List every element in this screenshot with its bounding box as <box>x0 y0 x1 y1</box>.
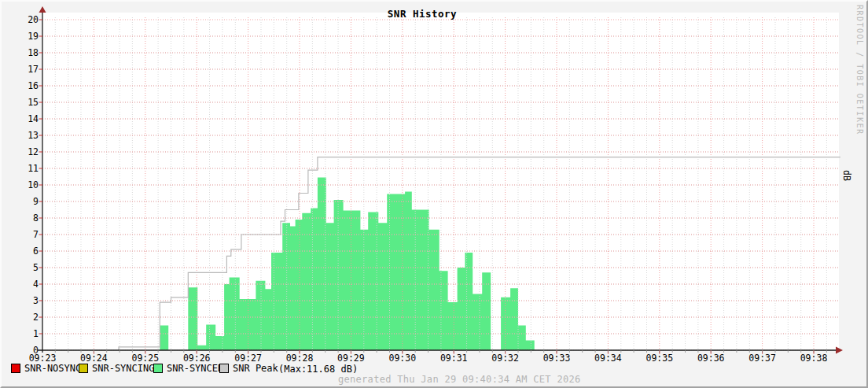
y-tick-label: 1 <box>33 328 39 339</box>
chart-title: SNR History <box>2 8 843 20</box>
x-tick-label: 09:34 <box>594 353 622 364</box>
x-tick-label: 09:23 <box>29 353 57 364</box>
rrdtool-graph-window: 0123456789101112131415161718192009:2309:… <box>0 0 868 388</box>
x-tick-label: 09:28 <box>286 353 314 364</box>
x-tick-label: 09:31 <box>440 353 468 364</box>
y-tick-label: 14 <box>28 113 39 124</box>
generated-timestamp: generated Thu Jan 29 09:40:34 AM CET 202… <box>338 374 581 385</box>
syncing-swatch-icon <box>79 364 88 373</box>
rrdtool-watermark: RRDTOOL / TOBI OETIKER <box>855 5 864 135</box>
x-tick-label: 09:24 <box>80 353 108 364</box>
y-tick-label: 9 <box>33 196 39 207</box>
y-tick-label: 16 <box>28 80 39 91</box>
y-tick-label: 18 <box>28 47 39 58</box>
x-tick-label: 09:25 <box>131 353 159 364</box>
legend-item-snr-syncing: SNR-SYNCING <box>79 363 154 374</box>
legend-item-snr-nosync: SNR-NOSYNC <box>11 363 81 374</box>
x-tick-label: 09:26 <box>183 353 211 364</box>
y-tick-label: 2 <box>33 312 39 323</box>
x-tick-label: 09:38 <box>800 353 828 364</box>
y-tick-label: 17 <box>28 64 39 75</box>
y-tick-label: 5 <box>33 262 39 273</box>
y-tick-label: 8 <box>33 212 39 224</box>
x-tick-label: 09:33 <box>543 353 571 364</box>
legend-label-nosync: SNR-NOSYNC <box>24 363 81 374</box>
legend-label-peak: SNR Peak <box>233 363 278 374</box>
legend: SNR-NOSYNC SNR-SYNCING SNR-SYNCED SNR Pe… <box>2 363 866 375</box>
legend-item-snr-peak: SNR Peak <box>219 363 278 374</box>
y-axis-unit-label: dB <box>841 170 852 181</box>
x-tick-label: 09:37 <box>748 353 776 364</box>
legend-label-syncing: SNR-SYNCING <box>92 363 154 374</box>
x-tick-label: 09:32 <box>491 353 519 364</box>
y-tick-label: 3 <box>33 295 39 306</box>
x-tick-label: 09:29 <box>337 353 365 364</box>
y-tick-label: 7 <box>33 229 39 240</box>
y-tick-label: 6 <box>33 246 39 257</box>
legend-label-synced: SNR-SYNCED <box>167 363 223 374</box>
y-tick-label: 13 <box>28 130 39 141</box>
y-tick-label: 19 <box>28 31 39 42</box>
x-axis-arrow-icon <box>836 347 843 354</box>
y-tick-label: 4 <box>33 279 39 290</box>
y-tick-label: 10 <box>28 179 39 190</box>
snr-history-chart: 0123456789101112131415161718192009:2309:… <box>2 2 866 386</box>
x-tick-label: 09:35 <box>645 353 673 364</box>
legend-item-snr-synced: SNR-SYNCED <box>153 363 223 374</box>
y-tick-label: 11 <box>28 163 39 174</box>
peak-swatch-icon <box>219 364 229 373</box>
x-tick-label: 09:27 <box>234 353 262 364</box>
peak-max-note: (Max:11.68 dB) <box>278 364 358 375</box>
y-tick-label: 12 <box>28 146 39 157</box>
synced-swatch-icon <box>153 364 163 373</box>
nosync-swatch-icon <box>11 364 20 373</box>
x-tick-label: 09:36 <box>697 353 725 364</box>
x-tick-label: 09:30 <box>388 353 416 364</box>
y-tick-label: 15 <box>28 97 39 108</box>
